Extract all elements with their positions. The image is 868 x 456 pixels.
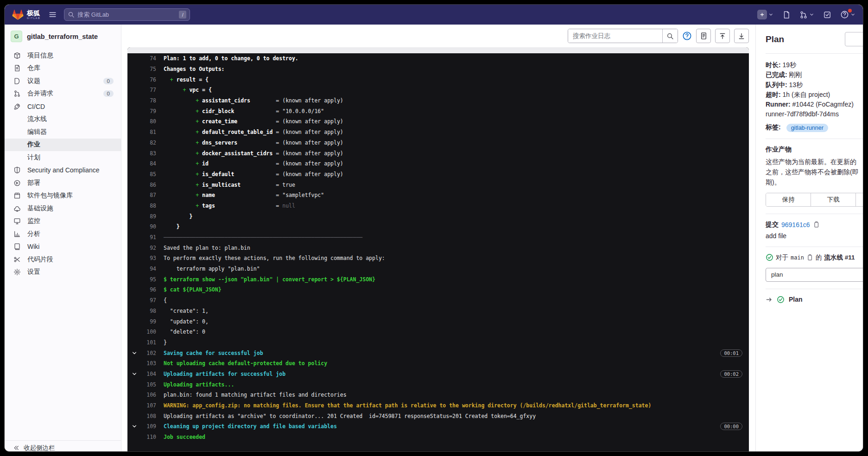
log-line-number[interactable]: 84 <box>127 160 156 167</box>
log-line-number[interactable]: 96 <box>127 286 156 293</box>
hamburger-menu-icon[interactable] <box>49 11 57 19</box>
log-line-number[interactable]: 89 <box>127 213 156 220</box>
log-line-number[interactable]: 93 <box>127 255 156 261</box>
stage-select[interactable]: plan <box>766 268 863 282</box>
log-line: 104Uploading artifacts for successful jo… <box>127 369 749 380</box>
section-duration-badge: 00:02 <box>720 370 742 378</box>
new-menu-button[interactable] <box>757 10 773 19</box>
job-details-list: 时长: 19秒已完成: 刚刚队列中: 13秒超时: 1h (来自 project… <box>766 60 863 109</box>
section-chevron-down-icon[interactable] <box>132 350 137 356</box>
log-line-number[interactable]: 99 <box>127 318 156 325</box>
copy-commit-icon[interactable] <box>813 221 820 228</box>
log-line-number[interactable]: 85 <box>127 171 156 177</box>
sidebar-item[interactable]: 项目信息 <box>5 49 121 62</box>
copy-ref-icon[interactable] <box>806 254 813 261</box>
sidebar-item[interactable]: 分析 <box>5 228 121 241</box>
sidebar-item[interactable]: 作业 <box>5 139 121 152</box>
log-line-text: } <box>156 223 180 230</box>
log-line-number[interactable]: 105 <box>127 381 156 388</box>
sidebar-item[interactable]: 部署 <box>5 177 121 190</box>
retry-button[interactable] <box>845 32 863 46</box>
commit-sha-link[interactable]: 969161c6 <box>781 221 810 228</box>
help-menu-button[interactable] <box>840 10 855 19</box>
sidebar-item[interactable]: 软件包与镜像库 <box>5 190 121 203</box>
sidebar-item[interactable]: 监控 <box>5 215 121 228</box>
job-list-item[interactable]: Plan <box>766 296 863 304</box>
sidebar-item[interactable]: 仓库 <box>5 62 121 75</box>
log-line-number[interactable]: 88 <box>127 203 156 209</box>
merge-request-icon <box>13 90 21 97</box>
log-line-number[interactable]: 75 <box>127 66 156 72</box>
log-line-number[interactable]: 94 <box>127 266 156 272</box>
log-line-number[interactable]: 106 <box>127 392 156 398</box>
section-chevron-down-icon[interactable] <box>132 424 137 429</box>
log-line-number[interactable]: 78 <box>127 97 156 104</box>
sidebar-item[interactable]: 编辑器 <box>5 126 121 139</box>
pipeline-ref[interactable]: main <box>791 254 804 261</box>
log-line-number[interactable]: 91 <box>127 234 156 241</box>
section-chevron-down-icon[interactable] <box>132 371 137 377</box>
log-line: 102Saving cache for successful job00:01 <box>127 348 749 358</box>
gitlab-logo[interactable]: 极狐 GITLAB <box>12 9 40 20</box>
sidebar-item-label: 流水线 <box>27 115 47 123</box>
job-log-lines: 74Plan: 1 to add, 0 to change, 0 to dest… <box>127 53 749 442</box>
log-line-number[interactable]: 92 <box>127 245 156 251</box>
sidebar-item[interactable]: 代码片段 <box>5 253 121 266</box>
log-line-number[interactable]: 107 <box>127 402 156 409</box>
log-line-number[interactable]: 86 <box>127 182 156 188</box>
sidebar-item-label: 计划 <box>27 153 40 162</box>
project-header[interactable]: G gitlab_terraform_state <box>5 25 121 46</box>
sidebar-item[interactable]: Security and Compliance <box>5 164 121 177</box>
log-line-number[interactable]: 83 <box>127 150 156 157</box>
sidebar-item[interactable]: CI/CD <box>5 100 121 113</box>
log-line-number[interactable]: 110 <box>127 434 156 440</box>
issues-nav-button[interactable] <box>782 11 791 19</box>
raw-log-button[interactable] <box>696 29 711 43</box>
scroll-to-bottom-button[interactable] <box>734 29 749 43</box>
log-line-number[interactable]: 100 <box>127 329 156 335</box>
sidebar-item[interactable]: 议题0 <box>5 75 121 88</box>
scroll-to-top-button[interactable] <box>715 29 730 43</box>
sidebar-item[interactable]: 设置 <box>5 266 121 279</box>
chevron-down-icon <box>768 12 773 17</box>
log-line-number[interactable]: 74 <box>127 55 156 62</box>
log-line-text: + docker_assistant_cidrs = (known after … <box>156 150 343 157</box>
job-log-terminal[interactable]: 74Plan: 1 to add, 0 to change, 0 to dest… <box>127 47 749 451</box>
log-line-text: + dns_servers = (known after apply) <box>156 139 343 146</box>
log-line-number[interactable]: 76 <box>127 76 156 83</box>
sidebar-item[interactable]: 计划 <box>5 151 121 164</box>
sidebar-item[interactable]: 合并请求0 <box>5 88 121 101</box>
artifact-action-button[interactable]: 保持 <box>766 193 811 206</box>
log-line-number[interactable]: 87 <box>127 192 156 198</box>
log-line-number[interactable]: 79 <box>127 108 156 114</box>
log-search-button[interactable] <box>662 29 678 43</box>
merge-requests-nav-button[interactable] <box>799 11 814 19</box>
global-search-input[interactable]: 搜索 GitLab / <box>64 8 190 21</box>
sidebar-item[interactable]: Wiki <box>5 241 121 253</box>
search-help-icon[interactable] <box>682 31 692 41</box>
collapse-sidebar-button[interactable]: 收起侧边栏 <box>5 440 121 451</box>
sidebar-item[interactable]: 基础设施 <box>5 202 121 215</box>
artifact-action-button[interactable] <box>856 193 863 206</box>
log-line-number[interactable]: 81 <box>127 129 156 135</box>
artifact-action-button[interactable]: 下载 <box>811 193 856 206</box>
log-line-number[interactable]: 95 <box>127 276 156 283</box>
todos-nav-button[interactable] <box>823 11 831 19</box>
log-line-number[interactable]: 90 <box>127 223 156 230</box>
log-line: 76 + result = { <box>127 74 749 85</box>
log-line-number[interactable]: 98 <box>127 308 156 314</box>
log-line-number[interactable]: 77 <box>127 87 156 93</box>
pipeline-middle: 的 <box>816 253 822 262</box>
log-line-number[interactable]: 103 <box>127 360 156 367</box>
commit-message: add file <box>766 232 863 240</box>
log-line-number[interactable]: 80 <box>127 118 156 125</box>
log-line-number[interactable]: 101 <box>127 339 156 346</box>
log-line-number[interactable]: 108 <box>127 413 156 419</box>
log-search-input[interactable] <box>568 29 662 43</box>
wiki-icon <box>13 243 21 250</box>
log-line-number[interactable]: 97 <box>127 297 156 304</box>
log-line-number[interactable]: 82 <box>127 139 156 146</box>
sidebar-item[interactable]: 流水线 <box>5 113 121 126</box>
chevron-down-icon <box>809 12 814 17</box>
pipeline-link[interactable]: 流水线 #11 <box>824 253 855 262</box>
